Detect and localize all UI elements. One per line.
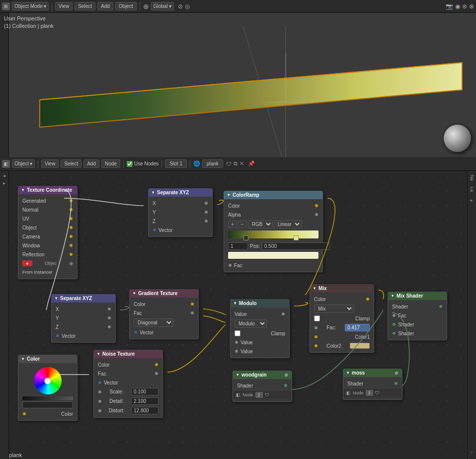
sxyz1-y-socket[interactable] — [204, 210, 208, 214]
view-menu[interactable]: View — [55, 2, 73, 10]
transform-icon[interactable]: ⊕ — [143, 2, 149, 10]
color-wheel[interactable] — [34, 367, 62, 394]
noise-scale-socket[interactable] — [98, 390, 102, 394]
grad-vector-socket[interactable] — [134, 330, 138, 334]
mix-color2-socket[interactable] — [314, 344, 318, 348]
mix-color2-swatch[interactable] — [350, 343, 370, 349]
sxyz2-vector-socket[interactable] — [56, 334, 60, 338]
tc-normal-socket[interactable] — [69, 208, 73, 212]
material-name-label[interactable]: plank — [202, 159, 223, 168]
copy-icon[interactable]: ⧉ — [234, 160, 238, 167]
object-mode-dropdown[interactable]: Object Mode ▾ — [12, 2, 49, 10]
close-icon[interactable]: ✕ — [239, 160, 244, 167]
cr-add-btn[interactable]: + — [228, 221, 237, 228]
sxyz1-z-socket[interactable] — [204, 219, 208, 223]
mod-clamp-cb[interactable] — [235, 330, 240, 336]
noise-detail-socket[interactable] — [98, 399, 102, 403]
node-canvas[interactable]: ▾ Texture Coordinate Generated Normal UV… — [9, 171, 476, 459]
node-texture-coordinate[interactable]: ▾ Texture Coordinate Generated Normal UV… — [18, 186, 78, 279]
mod-val1-socket[interactable] — [235, 340, 238, 344]
node-noise-texture[interactable]: ▾ Noise Texture Color Fac Vector — [93, 350, 163, 418]
tc-camera-socket[interactable] — [69, 234, 73, 238]
cr-stop-left[interactable] — [243, 235, 248, 240]
world-icon[interactable]: 🌐 — [193, 160, 200, 167]
ms-fac-socket[interactable] — [392, 313, 396, 317]
gizmo-icon[interactable]: ⊗ — [469, 3, 474, 10]
tc-window-socket[interactable] — [69, 243, 73, 247]
noise-detail-input[interactable] — [131, 397, 159, 405]
node-separate-xyz-1[interactable]: ▾ Separate XYZ X Y Z Vector — [148, 188, 213, 237]
cr-stop-right[interactable] — [294, 235, 299, 240]
node-separate-xyz-2[interactable]: ▾ Separate XYZ X Y Z Vector — [51, 294, 116, 343]
tc-color-swatch[interactable]: ● — [22, 260, 32, 266]
node-colorramp[interactable]: ▾ ColorRamp Color Alpha + − RG — [224, 191, 323, 272]
wg-shader-out-socket[interactable] — [284, 383, 288, 387]
use-nodes-label[interactable]: Use Nodes — [127, 161, 159, 167]
tc-reflection-socket[interactable] — [69, 252, 73, 256]
use-nodes-checkbox[interactable] — [127, 161, 133, 167]
noise-scale-input[interactable] — [131, 388, 159, 395]
tc-uv-socket[interactable] — [69, 217, 73, 221]
cr-gradient-bar[interactable] — [228, 230, 318, 238]
tc-generated-socket[interactable] — [69, 199, 73, 203]
ms-shader-out-socket[interactable] — [439, 305, 443, 308]
node-woodgrain[interactable]: ▾ woodgrain ⊕ Shader ◧ Node 2 🛡 — [233, 371, 292, 402]
pin-icon[interactable]: 📌 — [248, 160, 255, 167]
object-menu[interactable]: Object — [115, 2, 137, 10]
node-view-btn[interactable]: View — [41, 159, 59, 168]
node-color[interactable]: ▾ Color Color — [18, 355, 78, 421]
node-select-btn[interactable]: Select — [61, 159, 81, 168]
moss-shader-out-socket[interactable] — [394, 382, 398, 385]
sxyz2-x-socket[interactable] — [107, 307, 111, 311]
sxyz1-vector-socket[interactable] — [153, 228, 157, 232]
node-mix[interactable]: ▾ Mix Color Mix Clamp — [310, 284, 374, 353]
cr-color-socket[interactable] — [315, 204, 318, 208]
node-editor[interactable]: ◧ Object ▾ View Select Add Node Use Node… — [0, 157, 476, 459]
add-menu[interactable]: Add — [97, 2, 113, 10]
viewport-3d[interactable]: ⊞ Object Mode ▾ View Select Add Object ⊕… — [0, 0, 476, 157]
mod-val2-socket[interactable] — [235, 349, 238, 353]
cr-fac-socket[interactable] — [228, 263, 232, 267]
mix-fac-input[interactable] — [345, 324, 370, 331]
select-menu[interactable]: Select — [75, 2, 95, 10]
cr-mode-select[interactable]: RGB — [248, 220, 273, 229]
color-out-socket[interactable] — [22, 412, 26, 416]
cr-alpha-socket[interactable] — [315, 213, 318, 217]
node-modulo[interactable]: ▾ Modulo Value Modulo Clamp — [230, 299, 290, 358]
noise-distort-socket[interactable] — [98, 409, 102, 413]
mix-type-select[interactable]: Mix — [314, 305, 354, 313]
node-moss[interactable]: ▾ moss ⊕ Shader ◧ Node 3 🛡 — [343, 369, 402, 400]
noise-color-out-socket[interactable] — [155, 363, 159, 367]
proportional-icon[interactable]: ◎ — [185, 3, 190, 10]
noise-vector-socket[interactable] — [98, 381, 102, 384]
node-node-btn[interactable]: Node — [101, 159, 120, 168]
cr-pos-input[interactable] — [262, 242, 330, 250]
shield-icon[interactable]: 🛡 — [226, 161, 232, 167]
mix-clamp-cb[interactable] — [314, 315, 320, 321]
sxyz1-x-socket[interactable] — [204, 201, 208, 205]
left-arrow-icon[interactable]: ◂ — [3, 173, 5, 178]
ms-shader2-socket[interactable] — [392, 331, 396, 335]
color-wheel-container[interactable] — [21, 367, 74, 394]
node-object-dropdown[interactable]: Object ▾ — [12, 159, 35, 168]
global-dropdown[interactable]: Global ▾ — [151, 2, 174, 10]
color-hex-input[interactable] — [22, 401, 73, 408]
camera-icon[interactable]: 📷 — [446, 3, 453, 10]
render-icon[interactable]: ◉ — [455, 3, 460, 10]
right-arrow-icon[interactable]: ▸ — [3, 180, 5, 186]
mod-type-select[interactable]: Modulo — [235, 319, 267, 328]
grad-type-select[interactable]: Diagonal — [134, 318, 173, 327]
sxyz2-y-socket[interactable] — [107, 316, 111, 320]
mix-fac-socket[interactable] — [314, 326, 318, 330]
cr-interp-select[interactable]: Linear — [274, 220, 302, 229]
mix-color1-socket[interactable] — [314, 335, 318, 339]
snap-icon[interactable]: ⊘ — [178, 3, 183, 10]
node-mix-shader[interactable]: ▾ Mix Shader Shader Fac Shader — [388, 292, 447, 340]
cr-index-input[interactable] — [228, 242, 248, 250]
mod-value-out-socket[interactable] — [281, 312, 285, 316]
noise-fac-out-socket[interactable] — [155, 372, 159, 376]
sxyz2-z-socket[interactable] — [107, 325, 111, 329]
n-panel-arrow[interactable]: ▸ — [471, 198, 473, 203]
color-brightness-bar[interactable] — [22, 396, 73, 400]
node-add-btn[interactable]: Add — [83, 159, 99, 168]
